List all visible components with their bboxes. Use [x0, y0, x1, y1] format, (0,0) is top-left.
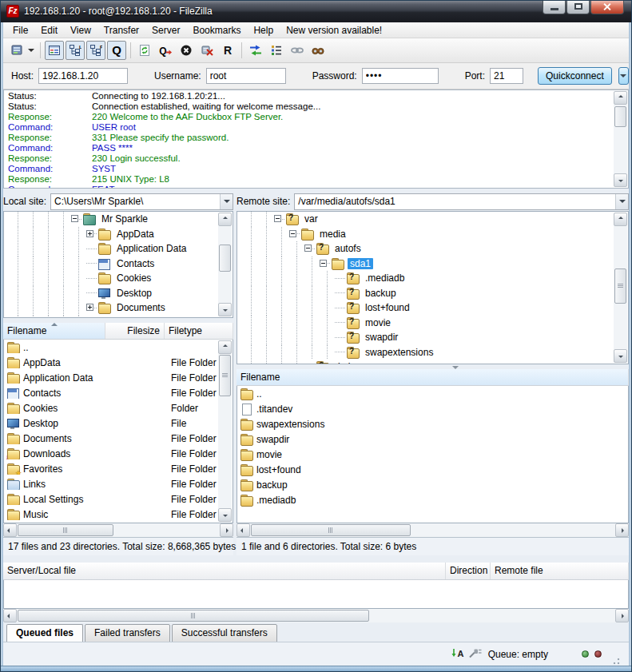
column-header-filetype[interactable]: Filetype	[165, 323, 233, 339]
tree-item[interactable]: media	[237, 227, 628, 242]
toggle-log-button[interactable]	[45, 41, 64, 60]
file-row[interactable]: CookiesFolder	[4, 400, 233, 416]
tree-item[interactable]: sda1	[237, 256, 628, 272]
scroll-right-button[interactable]	[615, 523, 629, 537]
minimize-button[interactable]	[543, 0, 566, 14]
tree-item[interactable]: Cookies	[4, 271, 233, 286]
local-site-combo[interactable]: C:\Users\Mr Sparkle\	[50, 193, 233, 210]
column-header-remote-file[interactable]: Remote file	[491, 563, 629, 579]
menu-item-bookmarks[interactable]: Bookmarks	[186, 23, 247, 38]
local-list-scrollbar[interactable]	[218, 340, 232, 522]
tree-item[interactable]: Desktop	[4, 286, 233, 301]
scroll-up-button[interactable]	[218, 340, 232, 354]
cancel-button[interactable]	[177, 41, 196, 60]
file-row[interactable]: AppDataFile Folder	[4, 355, 233, 370]
scroll-down-button[interactable]	[218, 508, 232, 522]
menu-item-new-version-available[interactable]: New version available!	[280, 23, 388, 38]
file-row[interactable]: LinksFile Folder	[4, 476, 233, 491]
scroll-left-button[interactable]	[237, 523, 250, 537]
quickconnect-dropdown-button[interactable]	[618, 67, 629, 85]
site-manager-button[interactable]	[9, 41, 36, 60]
tree-item[interactable]: ?.mediadb	[237, 271, 628, 286]
collapse-icon[interactable]	[274, 215, 281, 222]
toggle-queue-button[interactable]: Q	[107, 41, 126, 60]
disconnect-button[interactable]	[197, 41, 217, 60]
column-header-filesize[interactable]: Filesize	[105, 323, 165, 339]
collapse-icon[interactable]	[304, 245, 312, 252]
file-row[interactable]: ★FavoritesFile Folder	[4, 461, 233, 476]
title-bar[interactable]: Fz 192.168.1.20 - root@192.168.1.20 - Fi…	[0, 0, 632, 22]
tree-item[interactable]: AppData	[4, 227, 233, 242]
column-header-direction[interactable]: Direction	[446, 563, 491, 579]
file-row[interactable]: MusicFile Folder	[4, 507, 233, 522]
file-row[interactable]: ContactsFile Folder	[4, 385, 233, 400]
scroll-right-button[interactable]	[220, 523, 233, 537]
scroll-up-button[interactable]	[614, 91, 627, 105]
menu-item-edit[interactable]: Edit	[34, 23, 64, 38]
column-header-server-local-file[interactable]: Server/Local file	[3, 563, 446, 579]
password-input[interactable]	[362, 68, 439, 84]
find-button[interactable]	[308, 41, 328, 60]
file-row[interactable]: Local SettingsFile Folder	[4, 491, 233, 507]
file-row[interactable]: movie	[237, 447, 628, 462]
remote-tree-scrollbar[interactable]	[614, 213, 627, 363]
scroll-left-button[interactable]	[3, 609, 17, 622]
tree-item[interactable]: ?movie	[237, 316, 628, 331]
tree-item[interactable]: ?swapdir	[237, 330, 628, 345]
scroll-up-button[interactable]	[218, 213, 232, 226]
file-row[interactable]: DesktopFile	[4, 416, 233, 431]
file-row[interactable]: lost+found	[237, 462, 628, 477]
local-tree-scrollbar[interactable]	[218, 213, 232, 316]
file-row[interactable]: .mediadb	[237, 492, 628, 507]
scrollbar-thumb[interactable]	[219, 245, 231, 272]
scrollbar-thumb[interactable]	[614, 106, 626, 127]
expand-icon[interactable]	[86, 230, 93, 237]
tab-queued-files[interactable]: Queued files	[6, 624, 83, 642]
collapse-icon[interactable]	[71, 215, 78, 222]
scrollbar-thumb[interactable]	[18, 610, 369, 622]
tree-item[interactable]: Documents	[4, 300, 233, 316]
tree-item[interactable]: Contacts	[4, 256, 233, 272]
scroll-up-button[interactable]	[614, 213, 627, 226]
scroll-left-button[interactable]	[3, 523, 17, 537]
scroll-down-button[interactable]	[614, 173, 627, 187]
file-row[interactable]: ..	[4, 340, 233, 355]
maximize-button[interactable]	[566, 0, 590, 14]
tree-item[interactable]: Application Data	[4, 241, 233, 256]
scroll-right-button[interactable]	[615, 609, 629, 622]
file-row[interactable]: backup	[237, 477, 628, 492]
scroll-down-button[interactable]	[218, 303, 232, 316]
file-row[interactable]: .titandev	[237, 401, 628, 416]
refresh-button[interactable]	[135, 41, 154, 60]
username-input[interactable]	[206, 68, 286, 84]
tree-item[interactable]: ?autofs	[237, 241, 628, 256]
resize-grip[interactable]	[610, 655, 621, 666]
pane-collapse-arrow-icon[interactable]	[452, 366, 459, 369]
menu-item-help[interactable]: Help	[247, 23, 280, 38]
combo-dropdown-button[interactable]	[615, 194, 628, 209]
tab-failed-transfers[interactable]: Failed transfers	[85, 624, 170, 642]
quickconnect-button[interactable]: Quickconnect	[538, 67, 612, 85]
column-header-filename[interactable]: Filename	[3, 323, 105, 339]
remote-list-hscrollbar[interactable]	[237, 523, 629, 537]
local-list-hscrollbar[interactable]	[3, 523, 233, 537]
file-row[interactable]: swapdir	[237, 431, 628, 447]
scrollbar-thumb[interactable]	[614, 268, 626, 304]
filter-button[interactable]	[267, 41, 286, 60]
tab-successful-transfers[interactable]: Successful transfers	[172, 624, 277, 642]
scrollbar-thumb[interactable]	[251, 524, 411, 536]
toggle-remote-tree-button[interactable]: F	[86, 41, 105, 60]
process-queue-button[interactable]: Q	[156, 41, 175, 60]
tree-item[interactable]: Mr Sparkle	[4, 212, 233, 227]
queue-hscrollbar[interactable]	[3, 609, 629, 622]
transfer-type-icon[interactable]: A	[451, 647, 465, 661]
file-row[interactable]: swapextensions	[237, 416, 628, 431]
file-row[interactable]: DocumentsFile Folder	[4, 431, 233, 446]
expand-icon[interactable]	[86, 304, 93, 311]
tree-item[interactable]: ?dvd	[237, 360, 628, 364]
menu-item-server[interactable]: Server	[145, 23, 186, 38]
tree-item[interactable]: ?backup	[237, 286, 628, 301]
file-row[interactable]: Application DataFile Folder	[4, 370, 233, 385]
scrollbar-thumb[interactable]	[219, 355, 231, 396]
scroll-down-button[interactable]	[614, 349, 627, 363]
